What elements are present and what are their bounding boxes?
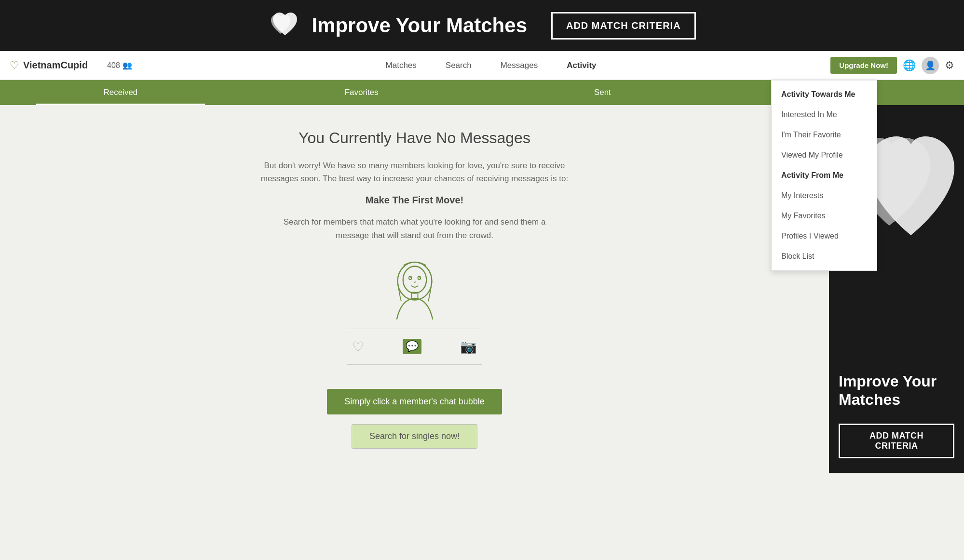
dropdown-item-im-their-favorite[interactable]: I'm Their Favorite	[772, 125, 877, 145]
first-move-title: Make The First Move!	[366, 195, 463, 206]
no-messages-title: You Currently Have No Messages	[299, 129, 530, 147]
dropdown-item-block-list[interactable]: Block List	[772, 246, 877, 267]
logo-heart-icon: ♡	[10, 59, 19, 72]
nav-link-activity[interactable]: Activity	[567, 61, 596, 70]
banner-heart-icon	[268, 9, 302, 42]
logo-area[interactable]: ♡ VietnamCupid	[10, 59, 88, 72]
no-messages-desc: But don't worry! We have so many members…	[246, 159, 584, 185]
svg-point-1	[403, 266, 426, 293]
avatar[interactable]: 👤	[922, 57, 939, 74]
svg-point-3	[418, 276, 421, 280]
dropdown-item-profiles-i-viewed[interactable]: Profiles I Viewed	[772, 226, 877, 246]
heart-icon: ♡	[352, 339, 364, 355]
search-suggestion: Search for members that match what you'r…	[270, 215, 559, 241]
activity-dropdown: Activity Towards Me Interested In Me I'm…	[771, 80, 877, 271]
content-area: You Currently Have No Messages But don't…	[0, 105, 829, 473]
top-banner: Improve Your Matches ADD MATCH CRITERIA	[0, 0, 964, 51]
dropdown-item-my-interests[interactable]: My Interests	[772, 186, 877, 206]
match-count[interactable]: 408 👥	[107, 61, 132, 70]
chat-bubble-icon[interactable]: 💬	[403, 339, 421, 354]
nav-link-search[interactable]: Search	[446, 61, 472, 70]
nav-link-messages[interactable]: Messages	[501, 61, 538, 70]
camera-icon: 📷	[460, 339, 477, 355]
nav-links: Matches Search Messages Activity	[151, 61, 831, 70]
settings-icon[interactable]: ⚙	[945, 59, 954, 72]
sub-nav-received[interactable]: Received	[0, 80, 241, 105]
banner-cta-button[interactable]: ADD MATCH CRITERIA	[551, 12, 696, 40]
match-count-number: 408	[107, 61, 120, 70]
chat-bubble-button[interactable]: Simply click a member's chat bubble	[327, 389, 502, 414]
svg-point-4	[410, 277, 411, 278]
upgrade-button[interactable]: Upgrade Now!	[830, 57, 897, 74]
right-banner-cta-label: ADD MATCHCRITERIA	[869, 431, 923, 451]
girl-illustration	[383, 256, 446, 324]
dropdown-item-viewed-my-profile[interactable]: Viewed My Profile	[772, 145, 877, 165]
nav-link-matches[interactable]: Matches	[386, 61, 417, 70]
sub-nav-sent[interactable]: Sent	[482, 80, 723, 105]
illustration-area: ♡ 💬 📷	[347, 256, 482, 379]
dropdown-item-activity-towards-me[interactable]: Activity Towards Me	[772, 84, 877, 105]
search-singles-button[interactable]: Search for singles now!	[352, 424, 477, 449]
sub-nav-favorites[interactable]: Favorites	[241, 80, 482, 105]
right-banner-cta-button[interactable]: ADD MATCHCRITERIA	[839, 424, 954, 458]
dropdown-item-activity-from-me[interactable]: Activity From Me	[772, 165, 877, 186]
svg-point-5	[419, 277, 420, 278]
svg-point-2	[408, 276, 411, 280]
right-banner-text: Improve Your Matches	[839, 372, 954, 409]
icon-row: ♡ 💬 📷	[347, 339, 482, 365]
nav-right: Upgrade Now! 🌐 👤 ⚙	[830, 57, 954, 74]
people-icon: 👥	[122, 61, 132, 70]
dropdown-item-interested-in-me[interactable]: Interested In Me	[772, 105, 877, 125]
logo-text: VietnamCupid	[23, 60, 88, 71]
banner-title: Improve Your Matches	[312, 14, 527, 37]
nav-bar: ♡ VietnamCupid 408 👥 Matches Search Mess…	[0, 51, 964, 80]
globe-icon[interactable]: 🌐	[903, 59, 916, 72]
dropdown-item-my-favorites[interactable]: My Favorites	[772, 206, 877, 226]
